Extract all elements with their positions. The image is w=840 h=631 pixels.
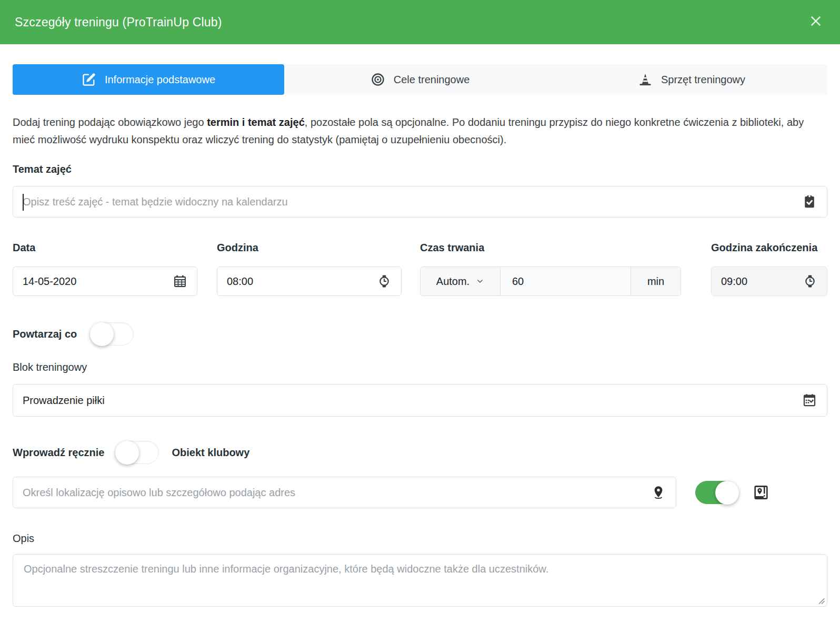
text-caret (23, 194, 24, 211)
end-time-input[interactable] (721, 275, 796, 288)
date-field (13, 267, 197, 296)
watch-icon[interactable] (803, 274, 817, 289)
topic-label: Temat zajęć (13, 163, 827, 175)
watch-icon[interactable] (377, 274, 392, 289)
duration-label: Czas trwania (420, 242, 681, 254)
calendar-icon[interactable] (173, 274, 187, 289)
location-row (13, 477, 827, 508)
chevron-down-icon (476, 277, 484, 285)
close-button[interactable] (806, 13, 825, 32)
repeat-toggle[interactable] (91, 322, 134, 346)
description-wrap (13, 554, 827, 609)
repeat-label: Powtarzaj co (13, 328, 77, 340)
duration-input[interactable] (501, 267, 631, 295)
tab-label: Cele treningowe (394, 74, 470, 86)
location-input[interactable] (23, 487, 644, 499)
start-time-label: Godzina (217, 242, 402, 254)
map-pin-icon[interactable] (651, 485, 666, 500)
start-time-input[interactable] (227, 275, 371, 288)
modal-header: Szczegóły treningu (ProTrainUp Club) (0, 0, 840, 44)
end-time-label: Godzina zakończenia (711, 242, 827, 254)
club-facility-label: Obiekt klubowy (172, 447, 249, 459)
description-textarea[interactable] (13, 554, 827, 607)
date-column: Data (13, 242, 197, 296)
training-block-field (13, 384, 827, 417)
modal-title: Szczegóły treningu (ProTrainUp Club) (15, 15, 222, 29)
tab-bar: Informacje podstawowe Cele treningowe (13, 64, 827, 95)
topic-field (13, 186, 827, 218)
end-time-column: Godzina zakończenia (711, 242, 827, 296)
duration-unit: min (631, 267, 681, 295)
clipboard-check-icon[interactable] (802, 194, 817, 210)
intro-bold-text: termin i temat zajęć (207, 116, 305, 128)
duration-group: Autom. min (420, 267, 681, 296)
location-field (13, 477, 676, 508)
target-icon (371, 72, 385, 87)
tab-label: Sprzęt treningowy (661, 74, 745, 86)
start-time-field (217, 267, 402, 296)
start-time-column: Godzina (217, 242, 402, 296)
toggle-knob (715, 481, 739, 505)
repeat-row: Powtarzaj co (13, 322, 827, 346)
description-label: Opis (13, 533, 827, 545)
toggle-knob (115, 441, 139, 465)
manual-entry-label: Wprowadź ręcznie (13, 447, 104, 459)
modal-body: Informacje podstawowe Cele treningowe (0, 44, 840, 609)
location-mode-row: Wprowadź ręcznie Obiekt klubowy (13, 441, 827, 464)
intro-text: Dodaj trening podając obowiązkowo jego t… (13, 114, 827, 149)
map-toggle[interactable] (695, 481, 738, 504)
end-time-field (711, 267, 827, 296)
duration-mode-value: Autom. (436, 275, 469, 288)
duration-mode-select[interactable]: Autom. (421, 267, 501, 295)
toggle-knob (90, 322, 114, 346)
tab-label: Informacje podstawowe (105, 74, 215, 86)
map-book-icon[interactable] (752, 484, 770, 501)
training-block-input[interactable] (23, 395, 795, 407)
duration-column: Czas trwania Autom. min (420, 242, 681, 296)
tab-informacje-podstawowe[interactable]: Informacje podstawowe (13, 64, 284, 95)
date-label: Data (13, 242, 197, 254)
edit-icon (82, 72, 96, 87)
tab-cele-treningowe[interactable]: Cele treningowe (284, 64, 556, 95)
cone-icon (638, 72, 653, 87)
tab-sprzet-treningowy[interactable]: Sprzęt treningowy (556, 64, 827, 95)
topic-input[interactable] (23, 196, 795, 208)
close-icon (809, 14, 823, 30)
training-block-label: Blok treningowy (13, 361, 827, 373)
date-input[interactable] (23, 275, 166, 288)
calendar-dots-icon[interactable] (802, 392, 817, 408)
manual-entry-toggle[interactable] (116, 441, 159, 464)
schedule-row: Data Godzina (13, 242, 827, 296)
